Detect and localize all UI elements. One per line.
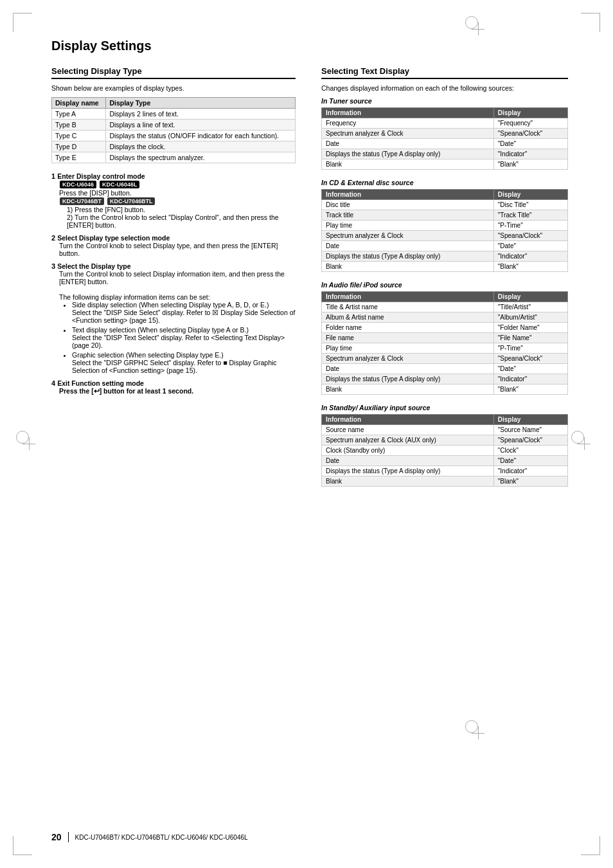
- display-type-cell: Displays the status (ON/OFF indicator fo…: [106, 131, 296, 141]
- crosshair-bot-right: [472, 727, 484, 739]
- info-table-2-row-2-cell-0: Folder name: [322, 323, 494, 333]
- info-table-2-row-3-cell-0: File name: [322, 333, 494, 343]
- kbd-kdc-u7046btl: KDC-U7046BTL: [107, 197, 155, 205]
- step-4: 4 Exit Function setting mode Press the […: [51, 379, 296, 395]
- info-table-3-row-0-cell-0: Source name: [322, 425, 494, 435]
- info-section-0: In Tuner sourceInformationDisplayFrequen…: [321, 97, 568, 170]
- right-column: Selecting Text Display Changes displayed…: [321, 66, 568, 496]
- info-section-2: In Audio file/ iPod sourceInformationDis…: [321, 281, 568, 395]
- step-4-num: 4: [51, 379, 57, 387]
- crosshair-mid-left: [22, 437, 35, 450]
- info-table-2-row-0-cell-1: "Title/Artist": [493, 302, 567, 312]
- bullet-2-sub: Select the "DISP Text Select" display. R…: [72, 334, 285, 349]
- display-name-cell: Type A: [52, 109, 106, 120]
- info-table-3-header-1: Display: [493, 415, 567, 425]
- step-1-num: 1: [51, 172, 57, 180]
- left-column: Selecting Display Type Shown below are e…: [51, 66, 296, 496]
- info-table-0-header-0: Information: [322, 108, 494, 118]
- info-table-1-row-6-cell-1: "Blank": [493, 262, 567, 272]
- page-title: Display Settings: [51, 39, 568, 53]
- info-table-2-row-5-cell-1: "Speana/Clock": [493, 354, 567, 364]
- page-footer: 20 KDC-U7046BT/ KDC-U7046BTL/ KDC-U6046/…: [51, 832, 568, 842]
- info-table-0: InformationDisplayFrequency"Frequency"Sp…: [321, 107, 568, 170]
- display-type-cell: Displays the spectrum analyzer.: [106, 152, 296, 163]
- info-table-3-row-1-cell-0: Spectrum analyzer & Clock (AUX only): [322, 435, 494, 446]
- info-table-1-row-1-cell-0: Track title: [322, 210, 494, 221]
- bullet-2-main: Text display selection (When selecting D…: [72, 326, 249, 334]
- info-table-2-row-2-cell-1: "Folder Name": [493, 323, 567, 333]
- kbd-kdc-u7046bt: KDC-U7046BT: [60, 197, 104, 205]
- info-table-1-row-3-cell-1: "Speana/Clock": [493, 231, 567, 241]
- info-table-1-header-1: Display: [493, 190, 567, 200]
- step-1-sub1: 1) Press the [FNC] button.: [67, 206, 296, 213]
- info-table-2-row-5-cell-0: Spectrum analyzer & Clock: [322, 354, 494, 364]
- info-section-title-0: In Tuner source: [321, 97, 568, 105]
- display-type-table: Display name Display Type Type ADisplays…: [51, 97, 296, 163]
- info-table-1-row-0-cell-1: "Disc Title": [493, 200, 567, 210]
- bullet-3: Graphic selection (When selecting Displa…: [72, 351, 296, 374]
- two-column-layout: Selecting Display Type Shown below are e…: [51, 66, 568, 496]
- kbd-kdc-u6046: KDC-U6046: [60, 181, 96, 188]
- step-2-num: 2: [51, 234, 57, 242]
- info-table-2-row-1-cell-0: Album & Artist name: [322, 312, 494, 323]
- info-table-2-row-1-cell-1: "Album/Artist": [493, 312, 567, 323]
- info-section-3: In Standby/ Auxiliary input sourceInform…: [321, 404, 568, 487]
- info-table-0-row-4-cell-1: "Blank": [493, 159, 567, 170]
- corner-mark-tr: [581, 13, 600, 32]
- step-3: 3 Select the Display type Turn the Contr…: [51, 262, 296, 374]
- info-table-3-row-4-cell-0: Displays the status (Type A display only…: [322, 466, 494, 476]
- display-name-cell: Type E: [52, 152, 106, 163]
- step-1-disp-text: Press the [DISP] button.: [59, 189, 132, 197]
- kbd-kdc-u6046l: KDC-U6046L: [100, 181, 140, 188]
- left-intro-text: Shown below are examples of display type…: [51, 84, 296, 92]
- info-table-0-header-1: Display: [493, 108, 567, 118]
- info-table-3-row-3-cell-0: Date: [322, 456, 494, 466]
- info-table-2-row-0-cell-0: Title & Artist name: [322, 302, 494, 312]
- info-section-1: In CD & External disc sourceInformationD…: [321, 179, 568, 272]
- info-table-2-row-8-cell-1: "Blank": [493, 384, 567, 395]
- info-table-0-row-3-cell-1: "Indicator": [493, 149, 567, 159]
- step-2-body-text: Turn the Control knob to select Display …: [59, 242, 278, 257]
- info-table-1: InformationDisplayDisc title"Disc Title"…: [321, 189, 568, 272]
- step-3-num: 3: [51, 262, 57, 270]
- info-section-title-3: In Standby/ Auxiliary input source: [321, 404, 568, 411]
- footer-model-text: KDC-U7046BT/ KDC-U7046BTL/ KDC-U6046/ KD…: [75, 834, 248, 841]
- step-1-sub2: 2) Turn the Control knob to select "Disp…: [67, 213, 296, 229]
- step-3-body: Turn the Control knob to select Display …: [59, 270, 296, 374]
- col-header-display-type: Display Type: [106, 98, 296, 109]
- step-2: 2 Select Display type selection mode Tur…: [51, 234, 296, 257]
- info-table-1-row-1-cell-1: "Track Title": [493, 210, 567, 221]
- info-table-1-row-2-cell-0: Play time: [322, 221, 494, 231]
- page-number: 20: [51, 832, 62, 842]
- info-table-3-row-5-cell-1: "Blank": [493, 476, 567, 487]
- info-table-2-header-0: Information: [322, 292, 494, 302]
- info-table-3-row-2-cell-0: Clock (Standby only): [322, 446, 494, 456]
- info-table-1-row-0-cell-0: Disc title: [322, 200, 494, 210]
- info-table-0-row-0-cell-1: "Frequency": [493, 118, 567, 129]
- info-table-3-row-1-cell-1: "Speana/Clock": [493, 435, 567, 446]
- info-table-1-row-6-cell-0: Blank: [322, 262, 494, 272]
- info-section-title-2: In Audio file/ iPod source: [321, 281, 568, 289]
- info-table-2: InformationDisplayTitle & Artist name"Ti…: [321, 291, 568, 395]
- info-tables-container: In Tuner sourceInformationDisplayFrequen…: [321, 97, 568, 487]
- display-name-cell: Type B: [52, 120, 106, 131]
- info-table-3-row-5-cell-0: Blank: [322, 476, 494, 487]
- info-table-2-row-8-cell-0: Blank: [322, 384, 494, 395]
- step-1-title: Enter Display control mode: [57, 172, 145, 180]
- info-table-1-row-2-cell-1: "P-Time": [493, 221, 567, 231]
- info-table-0-row-4-cell-0: Blank: [322, 159, 494, 170]
- bullet-3-main: Graphic selection (When selecting Displa…: [72, 351, 224, 359]
- info-table-0-row-3-cell-0: Displays the status (Type A display only…: [322, 149, 494, 159]
- info-table-3-row-4-cell-1: "Indicator": [493, 466, 567, 476]
- info-table-3-header-0: Information: [322, 415, 494, 425]
- bullet-1-main: Side display selection (When selecting D…: [72, 301, 269, 309]
- step-4-title: Exit Function setting mode: [57, 379, 144, 387]
- display-type-cell: Displays 2 lines of text.: [106, 109, 296, 120]
- info-table-3-row-3-cell-1: "Date": [493, 456, 567, 466]
- step-4-body: Press the [↩] button for at least 1 seco…: [59, 387, 296, 395]
- info-table-1-row-4-cell-1: "Date": [493, 241, 567, 251]
- info-table-0-row-1-cell-1: "Speana/Clock": [493, 129, 567, 139]
- right-intro-text: Changes displayed information on each of…: [321, 84, 568, 92]
- crosshair-mid-right: [578, 437, 591, 450]
- step-2-title: Select Display type selection mode: [57, 234, 170, 242]
